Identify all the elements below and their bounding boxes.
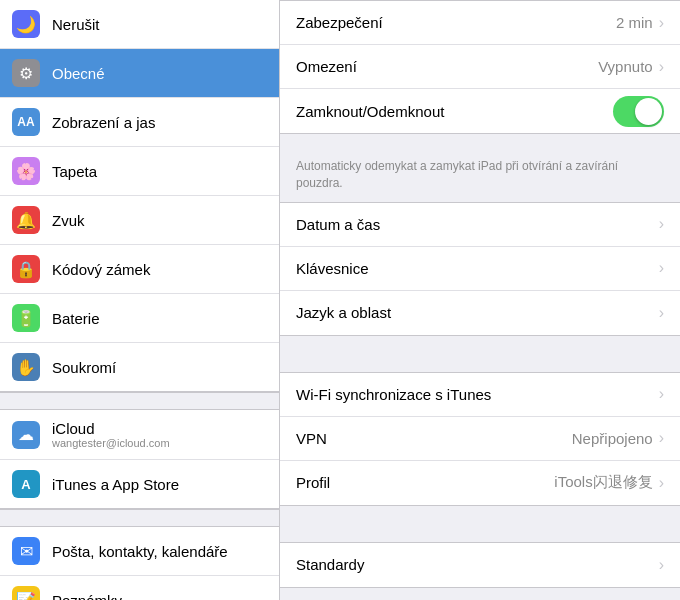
chevron-icon: › — [659, 385, 664, 403]
sidebar-item-donotdisturb[interactable]: 🌙 Nerušit — [0, 0, 279, 49]
sidebar-item-mail[interactable]: ✉ Pošta, kontakty, kalendáře — [0, 527, 279, 576]
sidebar-item-battery[interactable]: 🔋 Baterie — [0, 294, 279, 343]
settings-group-4: Standardy › — [280, 542, 680, 588]
sidebar-item-label: Zobrazení a jas — [52, 114, 267, 131]
privacy-icon: ✋ — [12, 353, 40, 381]
section-gap — [280, 354, 680, 372]
settings-row-zamknout[interactable]: Zamknout/Odemknout — [280, 89, 680, 133]
passcode-icon: 🔒 — [12, 255, 40, 283]
chevron-icon: › — [659, 215, 664, 233]
settings-row-profil[interactable]: Profil iTools闪退修复 › — [280, 461, 680, 505]
sidebar-item-wallpaper[interactable]: 🌸 Tapeta — [0, 147, 279, 196]
row-label: Standardy — [296, 556, 659, 573]
sidebar: 🌙 Nerušit ⚙ Obecné AA Zobrazení a jas 🌸 … — [0, 0, 280, 600]
row-label: Wi-Fi synchronizace s iTunes — [296, 386, 659, 403]
row-label: Omezení — [296, 58, 598, 75]
sidebar-item-label: iCloud — [52, 420, 170, 437]
row-label: Zabezpečení — [296, 14, 616, 31]
sidebar-group-1: 🌙 Nerušit ⚙ Obecné AA Zobrazení a jas 🌸 … — [0, 0, 279, 392]
row-value: 2 min — [616, 14, 653, 31]
settings-note-1: Automaticky odemykat a zamykat iPad při … — [280, 152, 680, 202]
sidebar-item-label: Poznámky — [52, 592, 267, 601]
settings-row-klavesnice[interactable]: Klávesnice › — [280, 247, 680, 291]
wallpaper-icon: 🌸 — [12, 157, 40, 185]
battery-icon: 🔋 — [12, 304, 40, 332]
sidebar-item-display[interactable]: AA Zobrazení a jas — [0, 98, 279, 147]
notes-icon: 📝 — [12, 586, 40, 600]
chevron-icon: › — [659, 304, 664, 322]
section-gap-2 — [280, 524, 680, 542]
sidebar-item-label: Baterie — [52, 310, 267, 327]
sidebar-group-3: ✉ Pošta, kontakty, kalendáře 📝 Poznámky … — [0, 527, 279, 600]
sidebar-item-label: Tapeta — [52, 163, 267, 180]
settings-row-jazyk[interactable]: Jazyk a oblast › — [280, 291, 680, 335]
donotdisturb-icon: 🌙 — [12, 10, 40, 38]
sound-icon: 🔔 — [12, 206, 40, 234]
row-label: Klávesnice — [296, 260, 659, 277]
icloud-icon: ☁ — [12, 421, 40, 449]
chevron-icon: › — [659, 556, 664, 574]
sidebar-group-2: ☁ iCloud wangtester@icloud.com A iTunes … — [0, 410, 279, 509]
sidebar-item-itunes[interactable]: A iTunes a App Store — [0, 460, 279, 508]
settings-row-datum[interactable]: Datum a čas › — [280, 203, 680, 247]
sidebar-item-general[interactable]: ⚙ Obecné — [0, 49, 279, 98]
sidebar-item-passcode[interactable]: 🔒 Kódový zámek — [0, 245, 279, 294]
settings-row-standardy[interactable]: Standardy › — [280, 543, 680, 587]
chevron-icon: › — [659, 429, 664, 447]
row-label: VPN — [296, 430, 572, 447]
settings-group-3: Wi-Fi synchronizace s iTunes › VPN Nepři… — [280, 372, 680, 506]
sidebar-divider-1 — [0, 392, 279, 410]
chevron-icon: › — [659, 58, 664, 76]
sidebar-item-label: Kódový zámek — [52, 261, 267, 278]
zamknout-toggle[interactable] — [613, 96, 664, 127]
chevron-icon: › — [659, 14, 664, 32]
row-label: Zamknout/Odemknout — [296, 103, 613, 120]
general-icon: ⚙ — [12, 59, 40, 87]
sidebar-item-sound[interactable]: 🔔 Zvuk — [0, 196, 279, 245]
display-icon: AA — [12, 108, 40, 136]
chevron-icon: › — [659, 474, 664, 492]
chevron-icon: › — [659, 259, 664, 277]
sidebar-item-notes[interactable]: 📝 Poznámky — [0, 576, 279, 600]
row-label: Jazyk a oblast — [296, 304, 659, 321]
sidebar-item-sub: wangtester@icloud.com — [52, 437, 170, 449]
row-value: iTools闪退修复 — [554, 473, 652, 492]
row-label: Profil — [296, 474, 554, 491]
sidebar-item-label: iTunes a App Store — [52, 476, 267, 493]
sidebar-item-label: Obecné — [52, 65, 267, 82]
sidebar-item-icloud[interactable]: ☁ iCloud wangtester@icloud.com — [0, 410, 279, 460]
toggle-wrap — [613, 96, 664, 127]
row-label: Datum a čas — [296, 216, 659, 233]
sidebar-item-label: Pošta, kontakty, kalendáře — [52, 543, 267, 560]
settings-row-zabezpeceni[interactable]: Zabezpečení 2 min › — [280, 1, 680, 45]
settings-row-vpn[interactable]: VPN Nepřipojeno › — [280, 417, 680, 461]
sidebar-item-privacy[interactable]: ✋ Soukromí — [0, 343, 279, 391]
settings-row-omezeni[interactable]: Omezení Vypnuto › — [280, 45, 680, 89]
sidebar-item-label: Nerušit — [52, 16, 267, 33]
sidebar-item-label: Soukromí — [52, 359, 267, 376]
settings-group-1: Zabezpečení 2 min › Omezení Vypnuto › Za… — [280, 0, 680, 134]
sidebar-divider-2 — [0, 509, 279, 527]
main-panel: Zabezpečení 2 min › Omezení Vypnuto › Za… — [280, 0, 680, 600]
sidebar-item-label: Zvuk — [52, 212, 267, 229]
settings-row-wifi[interactable]: Wi-Fi synchronizace s iTunes › — [280, 373, 680, 417]
settings-group-2: Datum a čas › Klávesnice › Jazyk a oblas… — [280, 202, 680, 336]
itunes-icon: A — [12, 470, 40, 498]
row-value: Nepřipojeno — [572, 430, 653, 447]
mail-icon: ✉ — [12, 537, 40, 565]
row-value: Vypnuto — [598, 58, 653, 75]
